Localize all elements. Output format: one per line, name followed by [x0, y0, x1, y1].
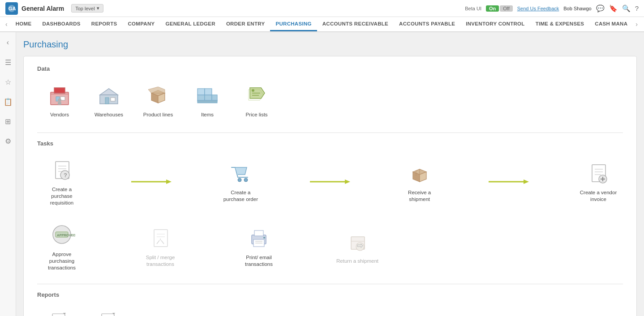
toggle-off-button[interactable]: Off	[500, 5, 512, 12]
help-icon[interactable]: ?	[635, 4, 639, 12]
svg-marker-38	[345, 179, 350, 184]
search-icon[interactable]: 🔍	[622, 4, 631, 13]
warehouses-label: Warehouses	[94, 111, 123, 118]
svg-text:APPROVED: APPROVED	[57, 233, 75, 237]
create-purchase-order-item[interactable]: Create a purchase order	[216, 157, 265, 206]
warehouses-icon	[94, 83, 123, 109]
nav-right-arrow[interactable]: ›	[633, 17, 640, 31]
sidebar-star-icon[interactable]: ☆	[1, 75, 15, 89]
sidebar-menu-icon[interactable]: ☰	[1, 56, 15, 69]
vendors-item[interactable]: Vendors	[37, 79, 82, 122]
my-reports-item[interactable]: My reports	[86, 305, 131, 316]
data-section-title: Data	[37, 65, 623, 72]
app-name: General Alarm	[21, 5, 64, 12]
top-bar: GA General Alarm Top level ▾ Beta UI On …	[0, 0, 644, 17]
layout: ‹ ☰ ☆ 📋 ⊞ ⚙ Purchasing Data	[0, 32, 644, 316]
nav-time-expenses[interactable]: TIME & EXPENSES	[530, 17, 590, 31]
warehouses-item[interactable]: Warehouses	[86, 79, 131, 122]
tasks-row-2: APPROVED Approve purchasing transactions	[37, 219, 623, 275]
nav-order-entry[interactable]: ORDER ENTRY	[221, 17, 270, 31]
standard-reports-item[interactable]: Standard reports	[37, 305, 82, 316]
svg-rect-11	[105, 98, 109, 104]
svg-rect-21	[197, 89, 205, 95]
nav-left-arrow[interactable]: ‹	[3, 17, 10, 31]
purchase-order-icon	[226, 161, 255, 187]
sidebar-list-icon[interactable]: 📋	[1, 95, 15, 108]
vendors-icon	[45, 83, 74, 109]
sidebar-gear-icon[interactable]: ⚙	[1, 134, 15, 148]
split-merge-icon	[146, 226, 175, 252]
svg-text:GA: GA	[9, 6, 16, 11]
purchase-requisition-label: Create a purchase requisition	[41, 186, 83, 206]
purchase-order-label: Create a purchase order	[219, 189, 262, 203]
nav-company[interactable]: COMPANY	[123, 17, 160, 31]
svg-text:?: ?	[64, 172, 67, 179]
svg-rect-22	[205, 89, 212, 95]
sidebar: ‹ ☰ ☆ 📋 ⊞ ⚙	[0, 32, 16, 316]
nav-accounts-receivable[interactable]: ACCOUNTS RECEIVABLE	[317, 17, 394, 31]
return-shipment-item: Return a shipment	[333, 226, 382, 268]
nav-reports[interactable]: REPORTS	[86, 17, 123, 31]
svg-point-7	[58, 98, 61, 102]
chat-icon[interactable]: 💬	[596, 4, 605, 13]
reports-section-title: Reports	[37, 291, 623, 298]
approve-purchasing-icon: APPROVED	[47, 222, 76, 248]
app-logo: GA General Alarm	[5, 2, 64, 15]
print-email-icon	[245, 226, 273, 252]
nav-bar: ‹ HOME DASHBOARDS REPORTS COMPANY GENERA…	[0, 17, 644, 32]
standard-reports-icon	[45, 309, 74, 316]
nav-home[interactable]: HOME	[10, 17, 37, 31]
main-content: Purchasing Data	[16, 32, 644, 316]
product-lines-icon	[144, 83, 172, 109]
nav-inventory-control[interactable]: INVENTORY CONTROL	[460, 17, 530, 31]
nav-dashboards[interactable]: DASHBOARDS	[37, 17, 86, 31]
toggle-on-button[interactable]: On	[486, 5, 499, 12]
vendor-invoice-label: Create a vendor invoice	[577, 189, 619, 203]
tasks-row-1: ? Create a purchase requisition	[37, 154, 623, 210]
nav-accounts-payable[interactable]: ACCOUNTS PAYABLE	[394, 17, 460, 31]
beta-toggle: On Off	[486, 5, 513, 12]
svg-rect-3	[54, 88, 65, 93]
create-vendor-invoice-item[interactable]: Create a vendor invoice	[574, 157, 623, 206]
receive-shipment-item[interactable]: Receive a shipment	[395, 157, 444, 206]
svg-marker-9	[100, 89, 118, 95]
svg-marker-17	[148, 87, 165, 93]
beta-label: Beta UI	[465, 6, 481, 11]
approve-purchasing-label: Approve purchasing transactions	[41, 251, 83, 271]
items-item[interactable]: Items	[185, 79, 230, 122]
nav-cash-management[interactable]: CASH MANA	[589, 17, 633, 31]
items-label: Items	[201, 111, 214, 118]
feedback-link[interactable]: Send Us Feedback	[517, 6, 559, 11]
print-email-item[interactable]: Print/ email transactions	[234, 222, 283, 271]
price-lists-item[interactable]: Price lists	[234, 79, 279, 122]
vendor-invoice-icon	[584, 161, 613, 187]
return-shipment-label: Return a shipment	[336, 258, 378, 265]
nav-general-ledger[interactable]: GENERAL LEDGER	[160, 17, 221, 31]
svg-rect-8	[58, 102, 61, 105]
top-bar-right: Beta UI On Off Send Us Feedback Bob Shaw…	[465, 4, 639, 13]
logo-icon: GA	[5, 2, 18, 15]
sidebar-table-icon[interactable]: ⊞	[1, 115, 15, 128]
price-lists-label: Price lists	[245, 111, 267, 118]
content-card: Data	[23, 56, 637, 316]
purchase-requisition-icon: ?	[47, 158, 76, 184]
product-lines-label: Product lines	[143, 111, 173, 118]
nav-purchasing[interactable]: PURCHASING	[270, 17, 317, 31]
svg-point-67	[263, 237, 265, 239]
top-level-button[interactable]: Top level ▾	[71, 4, 103, 13]
data-icon-grid: Vendors Warehouses	[37, 79, 623, 124]
bookmark-icon[interactable]: 🔖	[609, 4, 618, 13]
sidebar-collapse-icon[interactable]: ‹	[1, 36, 15, 49]
tasks-reports-divider	[37, 284, 623, 284]
split-merge-label: Split / merge transactions	[139, 254, 181, 268]
page-title: Purchasing	[23, 39, 637, 50]
print-email-label: Print/ email transactions	[238, 254, 280, 268]
svg-point-36	[244, 178, 248, 182]
approve-purchasing-item[interactable]: APPROVED Approve purchasing transactions	[37, 219, 86, 275]
reports-icon-grid: Standard reports	[37, 305, 623, 316]
create-purchase-requisition-item[interactable]: ? Create a purchase requisition	[37, 154, 86, 210]
svg-marker-34	[166, 179, 172, 184]
product-lines-item[interactable]: Product lines	[136, 79, 180, 122]
receive-shipment-icon	[405, 161, 434, 187]
svg-rect-23	[197, 100, 217, 103]
